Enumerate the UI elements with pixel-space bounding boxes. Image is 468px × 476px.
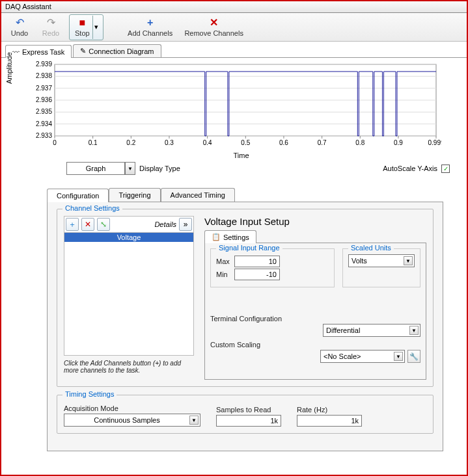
x-icon: ✕	[210, 18, 218, 29]
autoscale-label: AutoScale Y-Axis	[383, 165, 437, 172]
autoscale-checkbox[interactable]: ✓	[441, 165, 450, 173]
svg-text:2.939: 2.939	[36, 60, 52, 68]
svg-text:0.5: 0.5	[241, 139, 250, 146]
tab-triggering[interactable]: Triggering	[109, 188, 160, 202]
channel-tool-button[interactable]: ⤡	[97, 218, 110, 231]
display-type-group: Graph ▼ Display Type	[66, 162, 180, 175]
svg-text:2.936: 2.936	[36, 96, 52, 103]
config-body: Channel Settings ＋ ✕ ⤡ Details » Voltage…	[47, 202, 443, 451]
terminal-config-group: Terminal Configuration Differential ▼	[210, 315, 420, 337]
rate-input[interactable]	[297, 415, 362, 427]
chart-area: Amplitude 2.9332.9342.9352.9362.9372.938…	[1, 58, 467, 161]
samples-input[interactable]	[216, 415, 281, 427]
tab-settings[interactable]: 📋 Settings	[204, 230, 256, 243]
vis-title: Voltage Input Setup	[204, 216, 426, 227]
x-axis-label: Time	[25, 152, 458, 159]
chart-controls: Graph ▼ Display Type AutoScale Y-Axis ✓	[1, 161, 467, 176]
y-axis-label: Amplitude	[5, 52, 13, 84]
add-channels-button[interactable]: + Add Channels	[124, 14, 176, 40]
details-label: Details	[154, 220, 176, 228]
svg-text:0.7: 0.7	[318, 139, 327, 146]
svg-text:0.3: 0.3	[165, 139, 174, 146]
svg-text:0.6: 0.6	[279, 139, 288, 146]
waveform-chart[interactable]: 2.9332.9342.9352.9362.9372.9382.93900.10…	[25, 60, 441, 152]
channel-hint: Click the Add Channels button (+) to add…	[64, 360, 194, 374]
add-channel-button[interactable]: ＋	[66, 218, 79, 231]
svg-text:2.938: 2.938	[36, 72, 52, 79]
stop-dropdown[interactable]: ▾	[92, 16, 100, 39]
chevron-down-icon: ▼	[409, 326, 419, 335]
remove-channels-button[interactable]: ✕ Remove Channels	[182, 14, 247, 40]
undo-icon: ↶	[16, 18, 24, 29]
wrench-icon[interactable]: 🔧	[407, 350, 420, 363]
chevron-down-icon: ▼	[404, 256, 413, 265]
settings-icon: 📋	[212, 233, 221, 241]
delete-channel-button[interactable]: ✕	[81, 218, 94, 231]
display-type-label: Display Type	[139, 165, 180, 172]
svg-text:0.2: 0.2	[126, 139, 135, 146]
tab-connection-diagram[interactable]: ✎ Connection Diagram	[73, 44, 161, 57]
channel-list-wrap: ＋ ✕ ⤡ Details » Voltage Click the Add Ch…	[64, 216, 194, 380]
voltage-input-setup: Voltage Input Setup 📋 Settings Signal In…	[204, 216, 426, 380]
samples-group: Samples to Read	[216, 403, 281, 427]
svg-text:0.9: 0.9	[394, 139, 403, 146]
rate-group: Rate (Hz)	[297, 403, 362, 427]
autoscale-group: AutoScale Y-Axis ✓	[383, 165, 450, 173]
svg-text:0.4: 0.4	[203, 139, 212, 146]
custom-scaling-select[interactable]: <No Scale> ▼	[320, 350, 405, 363]
channel-list-item-voltage[interactable]: Voltage	[64, 233, 193, 242]
display-type-dropdown[interactable]: ▼	[125, 162, 135, 175]
details-expand-button[interactable]: »	[179, 218, 192, 231]
svg-text:0.999: 0.999	[428, 139, 441, 146]
stop-icon: ■	[79, 18, 85, 29]
max-input[interactable]	[234, 256, 280, 267]
tab-configuration[interactable]: Configuration	[47, 189, 109, 202]
plus-icon: +	[147, 18, 153, 29]
tab-advanced-timing[interactable]: Advanced Timing	[161, 188, 235, 202]
main-toolbar: ↶ Undo ↷ Redo ■ Stop ▾ + Add Channels ✕ …	[1, 13, 467, 42]
channel-list[interactable]: Voltage	[64, 232, 194, 356]
pencil-icon: ✎	[80, 47, 86, 55]
min-input[interactable]	[234, 269, 280, 280]
acq-mode-select[interactable]: Continuous Samples ▼	[64, 414, 200, 427]
units-select[interactable]: Volts ▼	[348, 254, 415, 267]
stop-button[interactable]: ■ Stop ▾	[69, 14, 103, 40]
svg-text:0: 0	[53, 139, 57, 146]
config-tabs: Configuration Triggering Advanced Timing	[47, 188, 443, 202]
mode-tabs: 〰 Express Task ✎ Connection Diagram	[1, 42, 467, 58]
custom-scaling-group: Custom Scaling <No Scale> ▼ 🔧	[210, 341, 420, 363]
waveform-icon: 〰	[12, 48, 20, 56]
display-type-value: Graph	[66, 162, 125, 175]
svg-text:2.933: 2.933	[36, 132, 52, 139]
svg-text:0.8: 0.8	[355, 139, 365, 146]
svg-text:2.935: 2.935	[36, 108, 52, 115]
chevron-down-icon: ▼	[189, 416, 199, 425]
redo-button[interactable]: ↷ Redo	[38, 14, 64, 40]
terminal-config-select[interactable]: Differential ▼	[323, 324, 420, 337]
svg-text:0.1: 0.1	[89, 139, 98, 146]
acq-mode-group: Acquisition Mode Continuous Samples ▼	[64, 402, 200, 427]
svg-text:2.934: 2.934	[36, 120, 52, 127]
channel-settings-fieldset: Channel Settings ＋ ✕ ⤡ Details » Voltage…	[57, 209, 434, 387]
tab-express-task[interactable]: 〰 Express Task	[5, 45, 72, 58]
undo-button[interactable]: ↶ Undo	[7, 14, 33, 40]
config-panel: Configuration Triggering Advanced Timing…	[47, 188, 443, 451]
timing-settings-fieldset: Timing Settings Acquisition Mode Continu…	[57, 395, 434, 434]
svg-text:2.937: 2.937	[36, 85, 52, 92]
redo-icon: ↷	[47, 18, 55, 29]
chevron-down-icon: ▼	[394, 352, 403, 361]
channel-list-toolbar: ＋ ✕ ⤡ Details »	[64, 216, 194, 232]
window-title: DAQ Assistant	[1, 1, 467, 13]
